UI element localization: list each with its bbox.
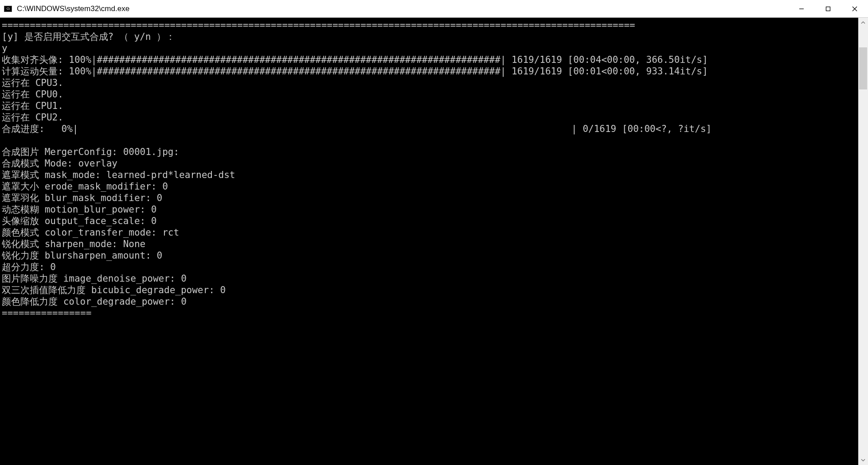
terminal-line: ========================================… (2, 20, 635, 31)
terminal-line: |#######################################… (91, 54, 708, 65)
terminal-line: 头像缩放 output_face_scale: 0 (2, 216, 157, 226)
terminal-line: 颜色降低力度 color_degrade_power: 0 (2, 296, 187, 307)
terminal-output[interactable]: ========================================… (0, 18, 858, 465)
minimize-button[interactable] (788, 0, 815, 17)
terminal-line: 合成图片 MergerConfig: 00001.jpg: (2, 147, 179, 157)
terminal-line: 图片降噪力度 image_denoise_power: 0 (2, 273, 187, 284)
terminal-line: 运行在 CPU0. (2, 89, 63, 100)
terminal-line: ================ (2, 308, 91, 318)
terminal-line: 遮罩大小 erode_mask_modifier: 0 (2, 181, 168, 192)
window-controls (788, 0, 868, 17)
scrollbar-up-arrow-icon[interactable] (858, 18, 868, 27)
scrollbar-down-arrow-icon[interactable] (858, 455, 868, 465)
vertical-scrollbar[interactable] (858, 18, 868, 465)
terminal-line: | | 0/1619 [00:00<?, ?it/s] (73, 124, 712, 134)
terminal-line: 合成进度: 0% (2, 124, 73, 134)
terminal-line: 遮罩模式 mask_mode: learned-prd*learned-dst (2, 170, 235, 180)
titlebar[interactable]: C:\WINDOWS\system32\cmd.exe (0, 0, 868, 18)
terminal-line: 超分力度: 0 (2, 262, 56, 272)
terminal-line: 颜色模式 color_transfer_mode: rct (2, 227, 179, 238)
terminal-line: 锐化模式 sharpen_mode: None (2, 239, 145, 249)
cmd-window: C:\WINDOWS\system32\cmd.exe ============… (0, 0, 868, 465)
cmd-icon (4, 4, 12, 13)
terminal-line: [y] 是否启用交互式合成? （ y/n ）： (2, 31, 175, 42)
terminal-line: 运行在 CPU3. (2, 78, 63, 88)
svg-rect-1 (826, 7, 830, 11)
window-title: C:\WINDOWS\system32\cmd.exe (17, 4, 788, 13)
terminal-line: 收集对齐头像: 100% (2, 54, 91, 65)
scrollbar-track[interactable] (858, 27, 868, 455)
maximize-button[interactable] (815, 0, 841, 17)
terminal-line: 锐化力度 blursharpen_amount: 0 (2, 250, 162, 261)
terminal-line: 遮罩羽化 blur_mask_modifier: 0 (2, 193, 162, 203)
close-button[interactable] (841, 0, 868, 17)
terminal-area: ========================================… (0, 18, 868, 465)
terminal-line: 运行在 CPU1. (2, 101, 63, 111)
terminal-line: 双三次插值降低力度 bicubic_degrade_power: 0 (2, 285, 226, 295)
terminal-line: 合成模式 Mode: overlay (2, 158, 117, 169)
terminal-line: 计算运动矢量: 100% (2, 66, 91, 77)
terminal-line: 运行在 CPU2. (2, 112, 63, 123)
scrollbar-thumb[interactable] (859, 47, 867, 89)
terminal-line: |#######################################… (91, 66, 708, 77)
terminal-line: y (2, 43, 8, 54)
terminal-line: 动态模糊 motion_blur_power: 0 (2, 204, 157, 215)
